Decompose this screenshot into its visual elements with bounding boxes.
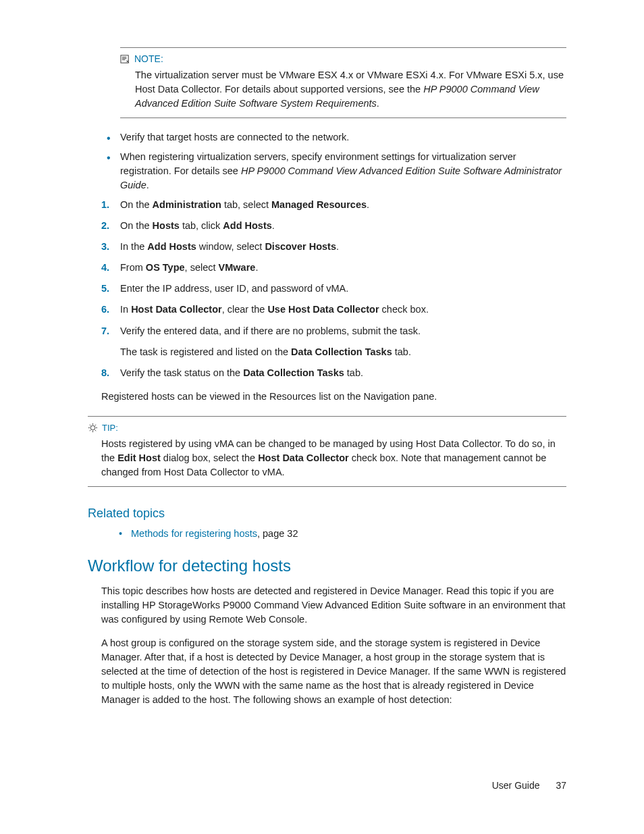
note-body: The virtualization server must be VMware… [135,68,566,111]
step-item: On the Hosts tab, click Add Hosts. [101,219,566,233]
footer-page-number: 37 [556,780,566,791]
note-text-post: . [377,98,379,109]
steps-list: On the Administration tab, select Manage… [101,198,566,380]
svg-line-12 [95,425,96,425]
prereq-bullets: Verify that target hosts are connected t… [101,130,566,192]
note-header: NOTE: [120,52,566,66]
tip-body: Hosts registered by using vMA can be cha… [101,437,566,479]
section-heading: Workflow for detecting hosts [88,554,566,578]
step-item: Verify the task status on the Data Colle… [101,366,566,380]
svg-line-9 [90,425,90,425]
svg-line-11 [90,430,90,431]
svg-point-4 [90,426,95,431]
bullet-item: When registering virtualization servers,… [101,150,566,192]
section-paragraph: This topic describes how hosts are detec… [101,584,566,627]
note-label: NOTE: [134,52,163,66]
svg-line-10 [95,430,96,431]
note-icon [120,54,130,64]
step-item: In Host Data Collector, clear the Use Ho… [101,303,566,317]
page-footer: User Guide 37 [492,779,566,792]
note-box: NOTE: The virtualization server must be … [120,47,566,118]
bullet-text-post: . [146,180,149,190]
footer-text: User Guide [492,780,540,791]
bullet-text: Verify that target hosts are connected t… [120,132,349,142]
bullet-item: Verify that target hosts are connected t… [101,130,566,145]
step-item: In the Add Hosts window, select Discover… [101,240,566,254]
related-topics-heading: Related topics [88,504,566,522]
section-paragraph: A host group is configured on the storag… [101,636,566,707]
tip-label: TIP: [102,422,118,435]
step-item: From OS Type, select VMware. [101,261,566,275]
page-container: NOTE: The virtualization server must be … [0,0,644,834]
step-subtext: The task is registered and listed on the… [120,345,566,359]
step-item: Enter the IP address, user ID, and passw… [101,282,566,296]
tip-header: TIP: [88,422,566,435]
related-suffix: , page 32 [257,528,298,539]
step-item: On the Administration tab, select Manage… [101,198,566,212]
related-topics-list: Methods for registering hosts, page 32 [115,527,566,541]
step-item: Verify the entered data, and if there ar… [101,324,566,359]
after-steps-text: Registered hosts can be viewed in the Re… [101,390,566,404]
tip-icon [88,423,98,433]
tip-box: TIP: Hosts registered by using vMA can b… [88,416,566,488]
related-item: Methods for registering hosts, page 32 [115,527,566,541]
related-link[interactable]: Methods for registering hosts [131,528,257,539]
